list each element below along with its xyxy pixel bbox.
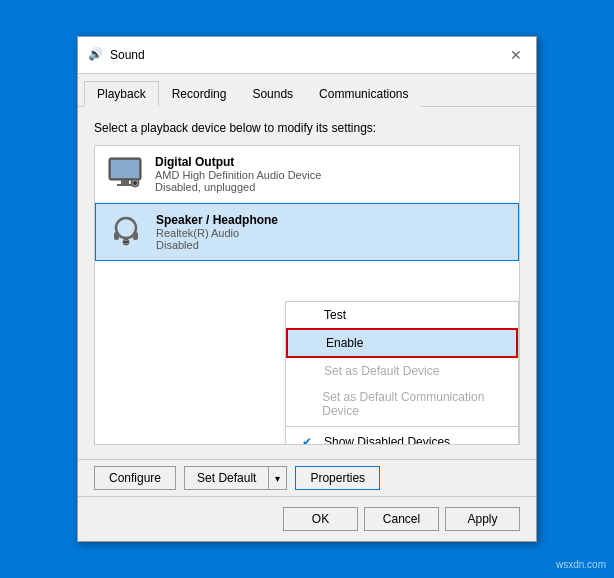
menu-separator-1 <box>286 426 518 427</box>
check-icon-test <box>302 308 318 322</box>
device-button-bar: Configure Set Default ▾ Properties <box>78 459 536 496</box>
device-info-digital-output: Digital Output AMD High Definition Audio… <box>155 155 509 193</box>
menu-label-set-default: Set as Default Device <box>324 364 439 378</box>
monitor-icon <box>107 156 143 192</box>
menu-label-enable: Enable <box>326 336 363 350</box>
device-icon-speaker-headphone <box>106 212 146 252</box>
title-bar: 🔊 Sound ✕ <box>78 37 536 74</box>
device-status-digital-output: Disabled, unplugged <box>155 181 509 193</box>
device-detail-digital-output: AMD High Definition Audio Device <box>155 169 509 181</box>
configure-button[interactable]: Configure <box>94 466 176 490</box>
device-item-digital-output[interactable]: Digital Output AMD High Definition Audio… <box>95 146 519 203</box>
check-icon-set-default-comm <box>302 397 316 411</box>
device-status-speaker-headphone: Disabled <box>156 239 508 251</box>
check-icon-show-disabled: ✔ <box>302 435 318 445</box>
menu-label-show-disabled: Show Disabled Devices <box>324 435 450 445</box>
main-content: Select a playback device below to modify… <box>78 107 536 459</box>
menu-label-test: Test <box>324 308 346 322</box>
svg-rect-2 <box>121 180 129 184</box>
title-bar-left: 🔊 Sound <box>88 47 145 63</box>
device-icon-digital-output <box>105 154 145 194</box>
headphone-icon <box>108 214 144 250</box>
apply-button[interactable]: Apply <box>445 507 520 531</box>
context-menu: Test Enable Set as Default Device Set as… <box>285 301 519 445</box>
ok-cancel-bar: OK Cancel Apply <box>78 496 536 541</box>
tab-communications[interactable]: Communications <box>306 81 421 107</box>
tab-recording[interactable]: Recording <box>159 81 240 107</box>
svg-rect-1 <box>111 160 139 178</box>
device-name-speaker-headphone: Speaker / Headphone <box>156 213 508 227</box>
svg-rect-3 <box>117 184 133 186</box>
check-icon-enable <box>304 336 320 350</box>
properties-button[interactable]: Properties <box>295 466 380 490</box>
sound-dialog: 🔊 Sound ✕ Playback Recording Sounds Comm… <box>77 36 537 542</box>
device-detail-speaker-headphone: Realtek(R) Audio <box>156 227 508 239</box>
sound-icon: 🔊 <box>88 47 104 63</box>
set-default-group[interactable]: Set Default ▾ <box>184 466 287 490</box>
menu-item-enable[interactable]: Enable <box>286 328 518 358</box>
description-text: Select a playback device below to modify… <box>94 121 520 135</box>
device-info-speaker-headphone: Speaker / Headphone Realtek(R) Audio Dis… <box>156 213 508 251</box>
dialog-title: Sound <box>110 48 145 62</box>
menu-item-show-disabled[interactable]: ✔ Show Disabled Devices <box>286 429 518 445</box>
tab-sounds[interactable]: Sounds <box>239 81 306 107</box>
svg-rect-7 <box>133 232 138 240</box>
menu-label-set-default-comm: Set as Default Communication Device <box>322 390 502 418</box>
svg-rect-6 <box>114 232 119 240</box>
ok-button[interactable]: OK <box>283 507 358 531</box>
menu-item-test[interactable]: Test <box>286 302 518 328</box>
check-icon-set-default <box>302 364 318 378</box>
watermark: wsxdn.com <box>556 559 606 570</box>
tabs-container: Playback Recording Sounds Communications <box>78 74 536 107</box>
action-buttons: OK Cancel Apply <box>283 507 520 531</box>
menu-item-set-default-comm: Set as Default Communication Device <box>286 384 518 424</box>
set-default-arrow[interactable]: ▾ <box>268 467 286 489</box>
device-list[interactable]: Digital Output AMD High Definition Audio… <box>94 145 520 445</box>
device-name-digital-output: Digital Output <box>155 155 509 169</box>
device-item-speaker-headphone[interactable]: Speaker / Headphone Realtek(R) Audio Dis… <box>95 203 519 261</box>
menu-item-set-default: Set as Default Device <box>286 358 518 384</box>
set-default-button[interactable]: Set Default <box>185 467 268 489</box>
tab-playback[interactable]: Playback <box>84 81 159 107</box>
close-button[interactable]: ✕ <box>506 45 526 65</box>
cancel-button[interactable]: Cancel <box>364 507 439 531</box>
